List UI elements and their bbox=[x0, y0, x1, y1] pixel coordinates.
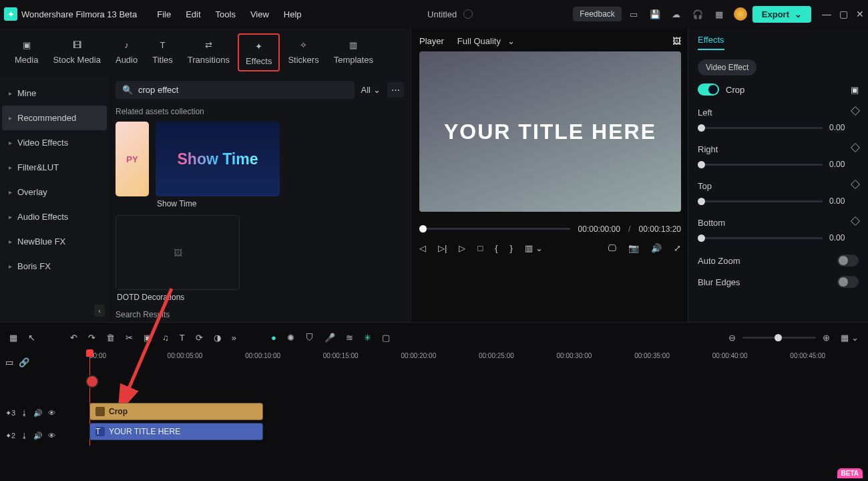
track-header-fx[interactable]: ✦3 ⭳ 🔊 👁 bbox=[0, 403, 89, 423]
project-title[interactable]: Untitled bbox=[427, 9, 473, 19]
zoom-out-icon[interactable]: ⊖ bbox=[728, 333, 736, 343]
search-input[interactable]: 🔍 bbox=[116, 81, 355, 99]
avatar-icon[interactable] bbox=[734, 7, 747, 21]
close-icon[interactable]: ✕ bbox=[856, 9, 864, 19]
slider-knob-icon[interactable] bbox=[698, 198, 705, 205]
zoom-knob-icon[interactable] bbox=[775, 334, 782, 341]
timeline-options-icon[interactable]: ▦ ⌄ bbox=[841, 333, 859, 343]
playhead-handle-icon[interactable] bbox=[86, 349, 93, 357]
delete-icon[interactable]: 🗑 bbox=[106, 333, 115, 343]
tab-templates[interactable]: ▥Templates bbox=[327, 33, 380, 71]
asset-card-bday[interactable]: PY bbox=[116, 122, 149, 208]
fx-marker-icon[interactable] bbox=[85, 375, 99, 388]
snapshot-icon[interactable]: 🖼 bbox=[672, 36, 681, 46]
asset-card-showtime[interactable]: Show Time Show Time bbox=[156, 122, 280, 208]
mute-icon[interactable]: 🔊 bbox=[33, 432, 43, 440]
sidebar-item-newblue[interactable]: ▸NewBlue FX bbox=[2, 229, 107, 254]
menu-tools[interactable]: Tools bbox=[216, 9, 236, 19]
mark-out-icon[interactable]: } bbox=[510, 243, 513, 253]
tab-effects[interactable]: ✦Effects bbox=[238, 33, 280, 71]
auto-icon[interactable]: ✳ bbox=[364, 333, 371, 343]
collapse-sidebar-button[interactable]: ‹ bbox=[94, 305, 105, 317]
menu-file[interactable]: File bbox=[157, 9, 171, 19]
select-tool-icon[interactable]: ▦ bbox=[9, 333, 17, 343]
rotate-icon[interactable]: ⟳ bbox=[196, 333, 203, 343]
keyframe-icon[interactable] bbox=[851, 180, 860, 189]
more-tools-icon[interactable]: » bbox=[232, 333, 236, 343]
keyframe-icon[interactable] bbox=[851, 106, 860, 116]
magnet-icon[interactable]: ▭ bbox=[5, 357, 13, 367]
color-icon[interactable]: ◑ bbox=[214, 333, 221, 343]
tab-titles[interactable]: TTitles bbox=[146, 33, 180, 71]
volume-icon[interactable]: 🔊 bbox=[651, 243, 662, 253]
prev-frame-icon[interactable]: ◁ bbox=[419, 243, 426, 253]
param-value[interactable]: 0.00 bbox=[829, 160, 859, 169]
slider-knob-icon[interactable] bbox=[698, 124, 705, 132]
fullscreen-icon[interactable]: ⤢ bbox=[674, 243, 681, 253]
lock-icon[interactable]: ⭳ bbox=[21, 432, 28, 440]
layout-icon[interactable]: ▭ bbox=[627, 7, 640, 21]
sidebar-item-mine[interactable]: ▸Mine bbox=[2, 81, 107, 106]
autozoom-toggle[interactable] bbox=[837, 255, 859, 267]
redo-icon[interactable]: ↷ bbox=[88, 333, 95, 343]
cloud-icon[interactable]: ☁ bbox=[670, 7, 683, 21]
mic-icon[interactable]: 🎤 bbox=[324, 333, 335, 343]
tab-media[interactable]: ▣Media bbox=[8, 33, 45, 71]
aspect-icon[interactable]: ▥ ⌄ bbox=[525, 243, 543, 253]
stop-icon[interactable]: □ bbox=[477, 243, 483, 253]
text-tool-icon[interactable]: T bbox=[180, 333, 185, 343]
subtitle-icon[interactable]: ≋ bbox=[346, 333, 353, 343]
clip-title[interactable]: TYOUR TITLE HERE bbox=[89, 423, 263, 440]
menu-edit[interactable]: Edit bbox=[186, 9, 200, 19]
save-icon[interactable]: 💾 bbox=[648, 7, 662, 21]
pointer-icon[interactable]: ↖ bbox=[28, 333, 35, 343]
mark-in-icon[interactable]: { bbox=[495, 243, 497, 253]
param-value[interactable]: 0.00 bbox=[829, 123, 859, 132]
track-header-title[interactable]: ✦2 ⭳ 🔊 👁 bbox=[0, 426, 89, 446]
sidebar-item-audio-effects[interactable]: ▸Audio Effects bbox=[2, 204, 107, 229]
play-backward-icon[interactable]: ▷| bbox=[438, 243, 447, 253]
play-icon[interactable]: ▷ bbox=[459, 243, 465, 253]
undo-icon[interactable]: ↶ bbox=[70, 333, 77, 343]
param-slider[interactable] bbox=[698, 164, 823, 166]
tab-audio[interactable]: ♪Audio bbox=[109, 33, 144, 71]
frame-icon[interactable]: ▢ bbox=[382, 333, 390, 343]
clip-crop-effect[interactable]: Crop bbox=[89, 403, 263, 420]
camera-icon[interactable]: 📷 bbox=[628, 243, 639, 253]
sidebar-item-boris[interactable]: ▸Boris FX bbox=[2, 254, 107, 279]
zoom-in-icon[interactable]: ⊕ bbox=[823, 333, 830, 343]
reset-icon[interactable]: ▣ bbox=[851, 85, 859, 95]
timeline-ruler[interactable]: 00:00 00:00:05:00 00:00:10:00 00:00:15:0… bbox=[89, 352, 868, 372]
crop-toggle[interactable] bbox=[698, 84, 719, 96]
mask-icon[interactable]: ⛉ bbox=[305, 333, 314, 343]
sidebar-item-video-effects[interactable]: ▸Video Effects bbox=[2, 130, 107, 155]
sidebar-item-overlay[interactable]: ▸Overlay bbox=[2, 180, 107, 204]
maximize-icon[interactable]: ▢ bbox=[839, 9, 848, 19]
zoom-slider[interactable] bbox=[742, 337, 816, 339]
more-button[interactable]: ⋯ bbox=[387, 82, 404, 98]
mute-icon[interactable]: 🔊 bbox=[33, 409, 43, 418]
tab-stock-media[interactable]: 🎞Stock Media bbox=[46, 33, 107, 71]
visible-icon[interactable]: 👁 bbox=[48, 432, 55, 440]
properties-tab-effects[interactable]: Effects bbox=[698, 35, 724, 50]
split-icon[interactable]: ✂ bbox=[126, 333, 133, 343]
menu-view[interactable]: View bbox=[250, 9, 269, 19]
seekbar-knob-icon[interactable] bbox=[419, 225, 427, 232]
search-field[interactable] bbox=[138, 85, 348, 95]
display-icon[interactable]: 🖵 bbox=[608, 243, 616, 253]
quality-dropdown[interactable]: Full Quality⌄ bbox=[457, 36, 515, 46]
param-slider[interactable] bbox=[698, 200, 823, 202]
keyframe-icon[interactable] bbox=[851, 143, 860, 152]
enhance-icon[interactable]: ✺ bbox=[287, 333, 294, 343]
apps-icon[interactable]: ▦ bbox=[712, 7, 726, 21]
sidebar-item-filter-lut[interactable]: ▸Filter&LUT bbox=[2, 155, 107, 180]
bluredges-toggle[interactable] bbox=[837, 276, 859, 288]
visible-icon[interactable]: 👁 bbox=[48, 409, 55, 417]
lock-icon[interactable]: ⭳ bbox=[21, 409, 28, 417]
ai-icon[interactable]: ● bbox=[271, 333, 276, 343]
sidebar-item-recommended[interactable]: ▸Recommended bbox=[2, 106, 107, 130]
param-slider[interactable] bbox=[698, 237, 823, 239]
keyframe-icon[interactable] bbox=[851, 216, 860, 226]
menu-help[interactable]: Help bbox=[284, 9, 302, 19]
minimize-icon[interactable]: — bbox=[822, 9, 831, 19]
